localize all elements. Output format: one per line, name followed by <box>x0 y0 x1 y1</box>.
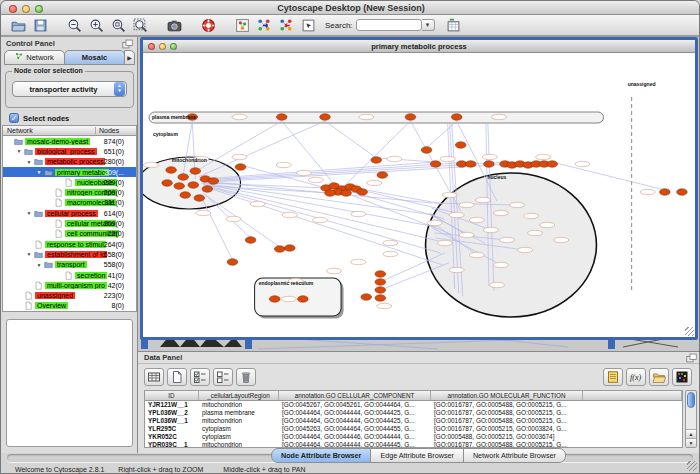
graph-node[interactable] <box>455 142 466 149</box>
graph-node[interactable] <box>298 296 309 303</box>
graph-node[interactable] <box>421 147 432 154</box>
disclosure-triangle-icon[interactable]: ▼ <box>35 262 43 268</box>
network-tree-row[interactable]: cellular metabo209(0) <box>3 218 136 228</box>
scroll-down-button[interactable]: ▼ <box>686 438 696 447</box>
graph-node[interactable] <box>405 114 416 121</box>
table-cell[interactable]: YKR052C <box>145 433 199 441</box>
column-header[interactable]: annotation.GO CELLULAR_COMPONENT <box>279 391 431 400</box>
graph-node[interactable] <box>375 295 386 302</box>
import-table-button[interactable] <box>444 16 464 34</box>
network-view-window[interactable]: primary metabolic process plasma membran… <box>140 37 698 340</box>
table-scrollbar[interactable]: ▲ ▼ <box>685 390 697 448</box>
graph-node[interactable] <box>377 172 388 179</box>
scroll-up-button[interactable]: ▲ <box>686 429 696 438</box>
tab-network[interactable]: Network <box>4 50 65 65</box>
graph-node[interactable] <box>269 296 280 303</box>
network-tree-row[interactable]: nitrogen compo209(0) <box>3 187 136 197</box>
float-panel-icon[interactable] <box>122 39 133 49</box>
zoom-in-button[interactable] <box>86 16 106 34</box>
scrollbar-thumb[interactable] <box>687 392 695 408</box>
table-cell[interactable]: [GO:0045267, GO:0045261, GO:0044464, G..… <box>279 401 431 409</box>
table-cell[interactable]: [GO:0005488, GO:0005215, GO:0003674] <box>431 433 583 441</box>
network-tree-row[interactable]: ▼cellular process614(0) <box>3 208 136 218</box>
unselect-attributes-button[interactable] <box>213 368 233 386</box>
graph-node[interactable] <box>194 195 205 202</box>
graph-node[interactable] <box>325 190 336 197</box>
graph-node[interactable] <box>190 168 201 175</box>
table-cell[interactable]: [GO:0045263, GO:0044464, GO:0044455, G..… <box>279 425 431 433</box>
network-window-titlebar[interactable]: primary metabolic process <box>143 40 695 53</box>
column-header[interactable]: annotation.GO MOLECULAR_FUNCTION <box>431 391 583 400</box>
table-cell[interactable]: cytoplasm <box>199 425 279 433</box>
table-row[interactable]: YPL036W__2plasma membrane[GO:0044464, GO… <box>145 409 682 417</box>
network-tree-row[interactable]: ▼biological_process651(0) <box>3 146 136 156</box>
graph-node[interactable] <box>178 174 189 181</box>
import-attributes-button[interactable] <box>649 368 669 386</box>
graph-node[interactable] <box>677 189 688 196</box>
graph-node[interactable] <box>320 114 331 121</box>
function-builder-button[interactable]: f(x) <box>626 368 646 386</box>
layout-button[interactable] <box>232 16 252 34</box>
table-cell[interactable]: mitochondrion <box>199 441 279 448</box>
network-tree-row[interactable]: unassigned223(0) <box>3 290 136 300</box>
table-cell[interactable]: [GO:0016787, GO:0005488, GO:0005215, G..… <box>431 401 583 409</box>
table-cell[interactable]: [GO:0016787, GO:0005215, GO:0003824, G..… <box>431 425 583 433</box>
graph-node[interactable] <box>174 183 185 190</box>
table-cell[interactable]: cytoplasm <box>199 433 279 441</box>
graph-node[interactable] <box>245 237 256 244</box>
table-cell[interactable]: [GO:0016787, GO:0005488, GO:0005215, G..… <box>431 409 583 417</box>
graph-node[interactable] <box>375 287 386 294</box>
table-row[interactable]: YPL036W__1mitochondrion[GO:0044464, GO:0… <box>145 417 682 425</box>
graph-node[interactable] <box>276 114 287 121</box>
window-resize-grip[interactable] <box>687 461 697 471</box>
table-row[interactable]: YJR121W__1mitochondrion[GO:0045267, GO:0… <box>145 401 682 409</box>
table-row[interactable]: YKR052Ccytoplasm[GO:0044464, GO:0044446,… <box>145 433 682 441</box>
disclosure-triangle-icon[interactable]: ▼ <box>25 210 33 216</box>
import-network-button[interactable] <box>254 16 274 34</box>
open-button[interactable] <box>8 16 28 34</box>
table-cell[interactable]: [GO:0016787, GO:0005488, GO:0005215, G..… <box>431 417 583 425</box>
graph-node[interactable] <box>341 190 352 197</box>
graph-node[interactable] <box>371 157 382 164</box>
graph-node[interactable] <box>357 189 368 196</box>
graph-node[interactable] <box>660 189 671 196</box>
zoom-selected-button[interactable] <box>130 16 150 34</box>
graph-node[interactable] <box>180 192 191 199</box>
select-attributes-button[interactable] <box>190 368 210 386</box>
tab-mosaic[interactable]: Mosaic <box>64 50 125 65</box>
snapshot-button[interactable] <box>164 16 184 34</box>
column-header[interactable]: _cellularLayoutRegion <box>199 391 279 400</box>
table-cell[interactable]: mitochondrion <box>199 417 279 425</box>
select-nodes-checkbox[interactable]: ✓ <box>9 113 19 123</box>
annotation-button[interactable] <box>298 16 318 34</box>
table-cell[interactable]: YLR295C <box>145 425 199 433</box>
float-data-panel-icon[interactable] <box>686 353 697 363</box>
table-cell[interactable]: mitochondrion <box>199 401 279 409</box>
graph-node[interactable] <box>274 246 285 253</box>
export-network-button[interactable] <box>276 16 296 34</box>
network-tree-row[interactable]: ▼transport558(0) <box>3 260 136 270</box>
new-attribute-button[interactable] <box>167 368 187 386</box>
disclosure-triangle-icon[interactable]: ▼ <box>35 169 43 175</box>
network-tree-row[interactable]: mosaic-demo-yeast874(0) <box>3 136 136 146</box>
column-header[interactable]: ID <box>145 391 199 400</box>
help-button[interactable] <box>198 16 218 34</box>
table-cell[interactable]: [GO:0044464, GO:0044444, GO:0044425, G..… <box>279 409 431 417</box>
graph-node[interactable] <box>227 259 238 266</box>
notes-button[interactable] <box>603 368 623 386</box>
graph-node[interactable] <box>375 271 386 278</box>
network-tree-row[interactable]: macromolecule311(0) <box>3 198 136 208</box>
delete-attribute-button[interactable] <box>236 368 256 386</box>
tab-scroll-right-button[interactable]: ▶ <box>124 50 135 65</box>
graph-node[interactable] <box>375 279 386 286</box>
graph-node[interactable] <box>162 180 173 187</box>
graph-node[interactable] <box>451 114 462 121</box>
tab-node-attribute-browser[interactable]: Node Attribute Browser <box>271 448 371 463</box>
disclosure-triangle-icon[interactable]: ▼ <box>15 148 23 154</box>
graph-node[interactable] <box>484 161 495 168</box>
disclosure-triangle-icon[interactable]: ▼ <box>25 251 33 257</box>
graph-node[interactable] <box>188 182 199 189</box>
table-cell[interactable]: YPL036W__2 <box>145 409 199 417</box>
table-cell[interactable]: [GO:0044464, GO:0044446, GO:0044444, G..… <box>279 433 431 441</box>
zoom-fit-button[interactable] <box>108 16 128 34</box>
